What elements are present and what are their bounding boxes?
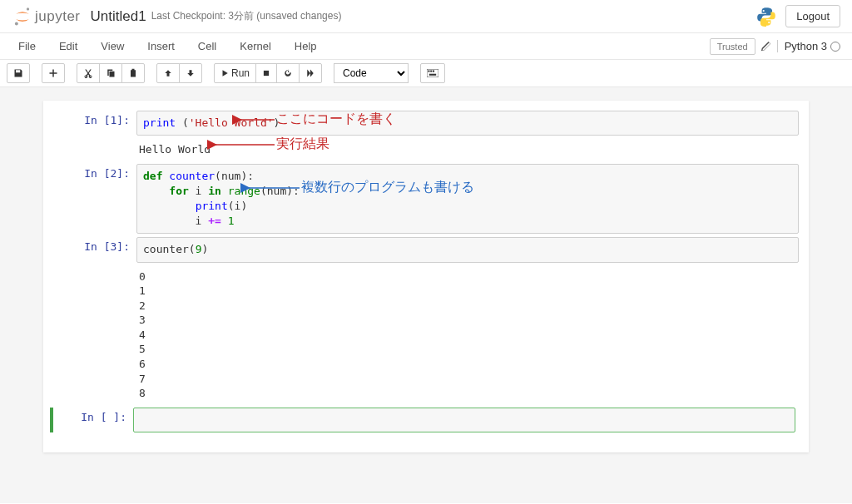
logout-button[interactable]: Logout (785, 5, 840, 27)
move-down-button[interactable] (179, 63, 202, 83)
run-label: Run (231, 67, 250, 79)
menubar: FileEditViewInsertCellKernelHelp Trusted… (0, 33, 852, 60)
code-cell[interactable]: In [3]:counter(9) (53, 237, 799, 262)
interrupt-button[interactable] (255, 63, 277, 83)
notebook-background: ここにコードを書く 実行結果 複数行のプログラムも書ける In [1]:prin… (0, 87, 852, 503)
menu-view[interactable]: View (89, 35, 136, 57)
kernel-name-text: Python 3 (785, 40, 827, 52)
toolbar: Run Code (0, 60, 852, 87)
edit-icon[interactable] (760, 41, 772, 52)
code-input[interactable]: print ('Hello World') (136, 111, 799, 136)
notebook-title[interactable]: Untitled1 (91, 8, 146, 25)
jupyter-logo[interactable]: jupyter (12, 6, 81, 27)
trusted-indicator[interactable]: Trusted (710, 38, 755, 55)
svg-rect-6 (433, 71, 434, 72)
input-prompt: In [ ]: (53, 408, 133, 432)
celltype-select[interactable]: Code (334, 63, 409, 83)
svg-rect-2 (264, 71, 269, 76)
code-cell[interactable]: In [1]:print ('Hello World') (53, 111, 799, 136)
output-text: Hello World (133, 139, 799, 161)
paste-button[interactable] (121, 63, 145, 83)
svg-rect-5 (430, 71, 432, 72)
menu-cell[interactable]: Cell (186, 35, 228, 57)
output-prompt (53, 139, 133, 161)
move-up-button[interactable] (156, 63, 180, 83)
restart-run-all-button[interactable] (299, 63, 322, 83)
svg-point-0 (27, 7, 29, 10)
restart-button[interactable] (276, 63, 300, 83)
run-button[interactable]: Run (214, 63, 256, 83)
cut-button[interactable] (77, 63, 100, 83)
code-input[interactable] (133, 408, 795, 432)
code-input[interactable]: counter(9) (136, 237, 799, 262)
add-cell-button[interactable] (42, 63, 65, 83)
logo-text: jupyter (35, 8, 81, 25)
svg-rect-7 (429, 74, 436, 76)
jupyter-logo-icon (12, 6, 33, 27)
command-palette-button[interactable] (420, 63, 445, 83)
output-prompt (53, 266, 133, 404)
save-button[interactable] (7, 63, 30, 83)
copy-button[interactable] (99, 63, 122, 83)
code-input[interactable]: def counter(num): for i in range(num): p… (136, 164, 799, 235)
output-text: 0 1 2 3 4 5 6 7 8 (133, 266, 799, 404)
header: jupyter Untitled1 Last Checkpoint: 3分前 (… (0, 0, 852, 33)
input-prompt: In [1]: (57, 111, 136, 136)
menu-kernel[interactable]: Kernel (228, 35, 283, 57)
output-area: 0 1 2 3 4 5 6 7 8 (53, 266, 799, 404)
input-prompt: In [2]: (57, 164, 136, 235)
menu-edit[interactable]: Edit (47, 35, 89, 57)
checkpoint-text: Last Checkpoint: 3分前 (unsaved changes) (151, 9, 342, 23)
svg-point-1 (15, 22, 18, 25)
notebook-container: ここにコードを書く 実行結果 複数行のプログラムも書ける In [1]:prin… (43, 101, 809, 452)
menu-insert[interactable]: Insert (136, 35, 186, 57)
python-logo-icon (755, 6, 777, 27)
code-cell[interactable]: In [2]:def counter(num): for i in range(… (53, 164, 799, 235)
output-area: Hello World (53, 139, 799, 161)
menu-file[interactable]: File (7, 35, 47, 57)
svg-rect-4 (428, 71, 429, 72)
input-prompt: In [3]: (57, 237, 136, 262)
menu-help[interactable]: Help (283, 35, 329, 57)
code-cell[interactable]: In [ ]: (53, 408, 799, 432)
kernel-indicator[interactable]: Python 3 (777, 40, 840, 52)
kernel-status-icon (830, 42, 840, 52)
